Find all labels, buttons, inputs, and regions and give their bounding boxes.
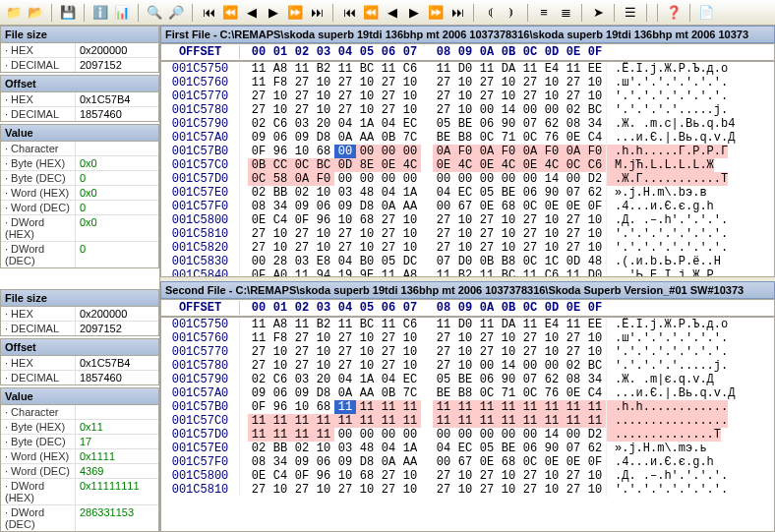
hex-byte[interactable]: 10 xyxy=(313,186,334,200)
row-bytes[interactable]: 002803E804B005DC07D00BB80C1C0D48 xyxy=(240,255,606,268)
hex-row[interactable]: 001C581027102710271027102710271027102710… xyxy=(161,483,774,497)
hex-byte[interactable]: B8 xyxy=(454,131,476,145)
hex-byte[interactable]: 20 xyxy=(313,117,334,131)
hex-byte[interactable]: 10 xyxy=(584,89,606,103)
hex-row[interactable]: 001C58000EC40F96106827102710271027102710… xyxy=(161,213,774,227)
hex-byte[interactable]: BC xyxy=(584,359,606,373)
hex-byte[interactable]: 10 xyxy=(399,345,421,359)
hex-byte[interactable]: 10 xyxy=(541,76,563,89)
hex-byte[interactable]: 27 xyxy=(291,241,313,255)
row-bytes[interactable]: 02BB02100348041A04EC05BE06900762 xyxy=(240,186,606,200)
hex-byte[interactable]: 10 xyxy=(541,331,563,345)
hex-byte[interactable]: 11 xyxy=(269,428,291,442)
hex-byte[interactable]: 06 xyxy=(313,455,334,469)
row-ascii[interactable]: '.'.'.'.'.'.'.'. xyxy=(606,227,728,241)
hex-byte[interactable]: 9E xyxy=(356,268,378,276)
hex-byte[interactable]: 27 xyxy=(563,89,584,103)
bracket-r-icon[interactable]: ⟭ xyxy=(502,3,521,23)
hex-byte[interactable]: 07 xyxy=(519,117,541,131)
hex-byte[interactable]: 0C xyxy=(519,386,541,400)
hex-byte[interactable]: 11 xyxy=(378,62,399,76)
hex-byte[interactable]: 27 xyxy=(248,103,269,117)
hex-byte[interactable]: 10 xyxy=(541,241,563,255)
hex-byte[interactable]: 20 xyxy=(313,373,334,386)
hex-byte[interactable]: 11 xyxy=(476,268,498,276)
hex-byte[interactable]: F0 xyxy=(498,145,519,158)
row-bytes[interactable]: 0F961068000000000AF00AF00AF00AF0 xyxy=(240,145,606,158)
row-ascii[interactable]: .4...и.Є.є.g.h xyxy=(606,200,714,213)
hex-byte[interactable]: AA xyxy=(399,455,421,469)
hex-byte[interactable]: 00 xyxy=(378,145,399,158)
hex-byte[interactable]: 27 xyxy=(248,89,269,103)
hex-byte[interactable]: 00 xyxy=(433,172,454,186)
row-ascii[interactable]: .Д. .–.h'.'.'.'. xyxy=(606,213,728,227)
hex-byte[interactable]: 04 xyxy=(334,255,356,268)
hex-byte[interactable]: 04 xyxy=(378,186,399,200)
hex-byte[interactable]: A0 xyxy=(269,268,291,276)
hex-byte[interactable]: 00 xyxy=(433,455,454,469)
row-ascii[interactable]: . 'Ь.Е.І.ј.Ж.Р xyxy=(606,268,714,276)
hex-byte[interactable]: 00 xyxy=(519,172,541,186)
row-bytes[interactable]: 27102710271027102710271027102710 xyxy=(240,483,606,497)
hex-byte[interactable]: 27 xyxy=(291,359,313,373)
hex-byte[interactable]: 67 xyxy=(454,200,476,213)
hex-byte[interactable]: 27 xyxy=(433,213,454,227)
hex-byte[interactable]: 11 xyxy=(476,318,498,331)
hex-byte[interactable]: 11 xyxy=(248,414,269,428)
hex-byte[interactable]: 10 xyxy=(269,483,291,497)
hex-byte[interactable]: 11 xyxy=(563,414,584,428)
hex-byte[interactable]: 11 xyxy=(433,62,454,76)
hex-byte[interactable]: E4 xyxy=(541,318,563,331)
row-ascii[interactable]: '.'.'.'.'.....j. xyxy=(606,359,728,373)
hex-byte[interactable]: BE xyxy=(454,117,476,131)
hex-row[interactable]: 001C579002C60320041A04EC05BE069007620834… xyxy=(161,373,774,386)
hex-byte[interactable]: 10 xyxy=(269,103,291,117)
hex-byte[interactable]: 68 xyxy=(356,469,378,483)
hex-byte[interactable]: 27 xyxy=(519,227,541,241)
hex-byte[interactable]: 0E xyxy=(563,131,584,145)
hex-byte[interactable]: 10 xyxy=(269,89,291,103)
row-bytes[interactable]: 090609D80AAA0B7CBEB80C710C760EC4 xyxy=(240,386,606,400)
row-bytes[interactable]: 02C60320041A04EC05BE069007620834 xyxy=(240,373,606,386)
align-r-icon[interactable]: ≣ xyxy=(556,3,575,23)
hex-byte[interactable]: 10 xyxy=(399,227,421,241)
hex-byte[interactable]: 04 xyxy=(433,442,454,455)
hex-byte[interactable]: 27 xyxy=(334,241,356,255)
hex-byte[interactable]: 94 xyxy=(313,268,334,276)
hex-byte[interactable]: 27 xyxy=(378,359,399,373)
hex-byte[interactable]: 90 xyxy=(498,117,519,131)
hex-byte[interactable]: 27 xyxy=(291,227,313,241)
hex-byte[interactable]: 7C xyxy=(399,386,421,400)
hex-byte[interactable]: 10 xyxy=(584,227,606,241)
hex-byte[interactable]: 0C xyxy=(248,172,269,186)
hex-byte[interactable]: 04 xyxy=(378,373,399,386)
hex-byte[interactable]: D8 xyxy=(313,131,334,145)
hex-byte[interactable]: 11 xyxy=(433,318,454,331)
hex-byte[interactable]: E8 xyxy=(313,255,334,268)
hex-byte[interactable]: 06 xyxy=(313,200,334,213)
row-ascii[interactable]: .h.h............ xyxy=(606,400,728,414)
hex-byte[interactable]: 27 xyxy=(291,483,313,497)
hex-byte[interactable]: 11 xyxy=(334,400,356,414)
hex-byte[interactable]: 11 xyxy=(433,400,454,414)
hex-byte[interactable]: 0A xyxy=(378,455,399,469)
hex-byte[interactable]: 71 xyxy=(498,386,519,400)
hex-row[interactable]: 001C57E002BB02100348041A04EC05BE06900762… xyxy=(161,442,774,455)
row-ascii[interactable]: .Ж. .m|є.q.v.Д xyxy=(606,373,714,386)
hex-byte[interactable]: 00 xyxy=(541,103,563,117)
hex-byte[interactable]: DA xyxy=(498,318,519,331)
hex-byte[interactable]: 10 xyxy=(541,345,563,359)
hex-byte[interactable]: 05 xyxy=(476,186,498,200)
hex-byte[interactable]: 10 xyxy=(269,345,291,359)
hex-byte[interactable]: AA xyxy=(399,200,421,213)
hex-byte[interactable]: D8 xyxy=(313,386,334,400)
last-icon[interactable]: ⏭ xyxy=(307,3,327,23)
hex-row[interactable]: 001C57F00834090609D80AAA00670E680C0E0E0F… xyxy=(161,455,774,469)
hex-byte[interactable]: 76 xyxy=(541,131,563,145)
hex-byte[interactable]: 27 xyxy=(433,469,454,483)
hex-byte[interactable]: 0C xyxy=(563,158,584,172)
hex-byte[interactable]: 11 xyxy=(399,414,421,428)
hex-byte[interactable]: 00 xyxy=(476,428,498,442)
hex-byte[interactable]: 00 xyxy=(454,428,476,442)
hex-row[interactable]: 001C57E002BB02100348041A04EC05BE06900762… xyxy=(161,186,774,200)
